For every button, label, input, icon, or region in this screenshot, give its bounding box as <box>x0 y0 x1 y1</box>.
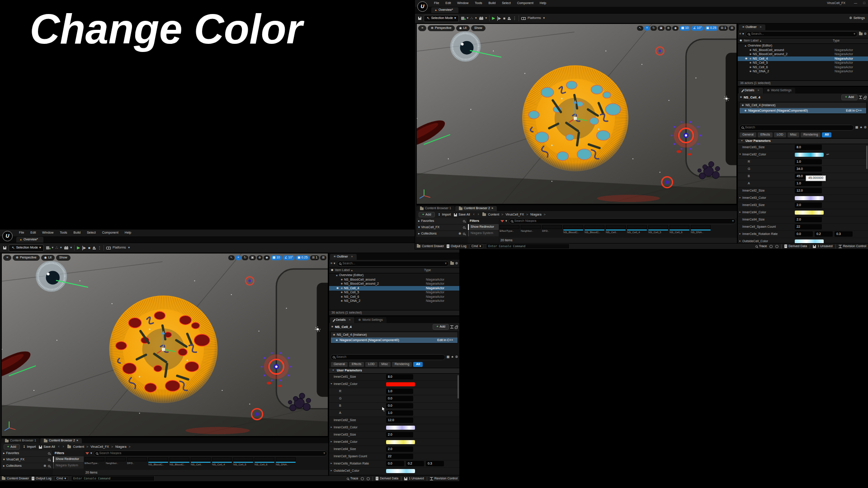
value-field-x[interactable]: 0.0 <box>386 461 404 466</box>
kebab-menu-icon[interactable]: ⋮ <box>513 16 516 21</box>
collapse-icon[interactable]: ▾ <box>738 153 742 156</box>
asset-tile-niagara[interactable]: NS_BloodC.. <box>170 457 189 470</box>
favorites-star-icon[interactable]: ★ <box>859 126 862 130</box>
output-log-button[interactable]: Output Log <box>447 244 467 249</box>
asset-tile-niagara[interactable]: NS_BloodC.. <box>585 225 604 238</box>
menu-component[interactable]: Component <box>514 0 536 6</box>
move-tool-button[interactable]: + <box>236 255 241 260</box>
param-channel-a[interactable]: A 1.0 <box>738 180 868 188</box>
chip-misc[interactable]: Misc <box>379 362 391 367</box>
param-channel-b[interactable]: B 0.0 ↔ <box>329 403 459 410</box>
unsaved-button[interactable]: 1 Unsaved <box>813 244 832 249</box>
param-outsidecell-color[interactable]: ▸ OutsideCell_Color <box>738 238 868 244</box>
visibility-eye-icon[interactable]: ◉ <box>336 286 340 290</box>
param-rotation-rate[interactable]: ▸ InnerCells_Rotation Rate 0.0 0.2 0.3 <box>738 231 868 238</box>
skip-button[interactable]: ▶ <box>82 246 86 250</box>
outliner-column-header[interactable]: ◉ Item Label ▲ Type <box>329 267 459 273</box>
details-search-input[interactable] <box>739 125 854 131</box>
chevron-down-icon[interactable]: ▾ <box>71 246 72 250</box>
scale-tool-button[interactable]: ▣ <box>249 255 256 260</box>
chip-rendering[interactable]: Rendering <box>801 132 821 137</box>
menu-component[interactable]: Component <box>99 230 121 236</box>
value-field-y[interactable]: 0.2 <box>406 461 424 466</box>
eject-button[interactable] <box>508 17 510 19</box>
rotation-snap-button[interactable]: ∠10° <box>283 255 295 260</box>
menu-edit[interactable]: Edit <box>443 0 453 6</box>
asset-tile-niagara[interactable]: NS_Cell_5 <box>233 457 253 470</box>
gear-icon[interactable]: ⚙ <box>864 126 867 130</box>
save-all-button[interactable]: Save All <box>454 213 470 217</box>
selection-mode-dropdown[interactable]: ↖ Selection Mode ▾ <box>424 15 459 22</box>
scale-snap-button[interactable]: ▣0.25 <box>704 26 718 31</box>
color-swatch-innercell3[interactable] <box>386 426 415 430</box>
scrollbar[interactable] <box>458 375 459 399</box>
asset-tile-niagara[interactable]: NS_BloodC.. <box>148 457 168 470</box>
outliner-filter-icon[interactable]: ≡ <box>330 262 332 266</box>
param-rotation-rate[interactable]: ▸ InnerCells_Rotation Rate 0.0 0.2 0.3 <box>329 460 459 468</box>
value-field[interactable]: 34.0 <box>795 166 822 172</box>
menu-build[interactable]: Build <box>71 230 84 236</box>
chevron-down-icon[interactable]: ▾ <box>90 451 92 455</box>
move-tool-button[interactable]: + <box>644 26 650 31</box>
outliner-row[interactable]: ◉ ∗ NS_BloodCell_around NiagaraActor <box>738 48 868 52</box>
collapse-icon[interactable]: ▾ <box>329 382 334 386</box>
filter-niagara-system[interactable]: Niagara System <box>53 463 84 469</box>
surface-snap-button[interactable]: ◆ <box>264 255 269 260</box>
perspective-dropdown[interactable]: ⊕ Perspective <box>428 25 454 31</box>
grid-snap-button[interactable]: ▦10 <box>271 255 282 260</box>
tab-content-browser-1[interactable]: Content Browser 1 <box>1 438 40 443</box>
unsaved-button[interactable]: 1 Unsaved <box>404 477 424 481</box>
tab-details[interactable]: Details × <box>330 317 354 323</box>
hierarchy-icon[interactable] <box>859 96 862 99</box>
instance-row[interactable]: ∗ NS_Cell_4 (Instance) <box>331 332 458 338</box>
tab-overview[interactable]: ▲ Overview* <box>16 237 43 243</box>
outliner-row-selected[interactable]: ◉ ∗ NS_Cell_4 NiagaraActor <box>738 56 868 61</box>
asset-tile-niagara[interactable]: NS_Cell_4 <box>212 457 232 470</box>
instance-row[interactable]: ∗ NS_Cell_4 (Instance) <box>740 103 866 108</box>
outliner-row[interactable]: ◉ ∗ NS_Cell_6 NiagaraActor <box>329 295 459 299</box>
kebab-menu-icon[interactable]: ⋮ <box>98 246 101 250</box>
asset-tile-niagara[interactable]: NS_Cell_6 <box>255 457 274 470</box>
perspective-dropdown[interactable]: ⊕ Perspective <box>13 255 39 261</box>
menu-window[interactable]: Window <box>39 230 56 236</box>
color-swatch-innercell2[interactable] <box>795 153 824 157</box>
grid-view-icon[interactable]: ▦ <box>855 126 859 130</box>
surface-snap-button[interactable]: ◆ <box>672 26 678 31</box>
close-icon[interactable]: × <box>351 255 353 259</box>
viewport-menu-button[interactable]: ≡ <box>3 255 11 261</box>
chevron-down-icon[interactable]: ▾ <box>475 16 477 20</box>
value-field[interactable]: 1.0 <box>386 410 413 416</box>
outliner-column-header[interactable]: ◉ Item Label ▲ Type <box>738 38 868 44</box>
outliner-row-root[interactable]: ▲ Overview (Editor) <box>738 44 868 48</box>
expand-icon[interactable]: ▸ <box>738 232 742 236</box>
minimize-button[interactable]: — <box>852 1 859 5</box>
menu-select[interactable]: Select <box>499 0 513 6</box>
expand-icon[interactable]: ▸ <box>738 196 742 200</box>
lock-icon[interactable] <box>455 327 458 329</box>
search-icon[interactable] <box>48 452 50 455</box>
platforms-dropdown[interactable]: Platforms <box>528 16 541 20</box>
outliner-row[interactable]: ◉ ∗ NS_DNA_2 NiagaraActor <box>329 299 459 304</box>
menu-file[interactable]: File <box>431 0 442 6</box>
value-field[interactable]: 8.0 <box>386 374 413 380</box>
screenshot-icon[interactable] <box>367 477 370 480</box>
close-icon[interactable]: × <box>760 25 762 29</box>
asset-tile[interactable]: EffectType.. <box>500 225 519 238</box>
content-drawer-button[interactable]: Content Drawer <box>417 244 444 249</box>
blueprints-icon[interactable]: ∴ <box>471 16 473 21</box>
rotation-snap-button[interactable]: ∠10° <box>691 26 703 31</box>
value-field[interactable]: 2.0 <box>795 202 822 208</box>
favorites-star-icon[interactable]: ★ <box>451 355 453 359</box>
value-field-x[interactable]: 0.0 <box>795 231 813 237</box>
skip-button[interactable]: ▶ <box>497 16 501 21</box>
chip-lod[interactable]: LOD <box>774 132 786 137</box>
search-icon[interactable] <box>48 459 50 461</box>
tab-content-browser-2[interactable]: Content Browser 2 × <box>40 438 82 443</box>
param-innercell2-size[interactable]: InnerCell2_Size 12.0 <box>738 188 868 195</box>
outliner-row-selected[interactable]: ◉ ∗ NS_Cell_4 NiagaraActor <box>329 286 459 291</box>
cinematics-icon[interactable] <box>64 246 68 249</box>
tab-overview[interactable]: ▲ Overview* <box>431 7 458 13</box>
revision-control-button[interactable]: Revision Control <box>430 477 458 481</box>
expand-icon[interactable]: ▸ <box>738 239 742 243</box>
content-drawer-button[interactable]: Content Drawer <box>2 477 29 481</box>
